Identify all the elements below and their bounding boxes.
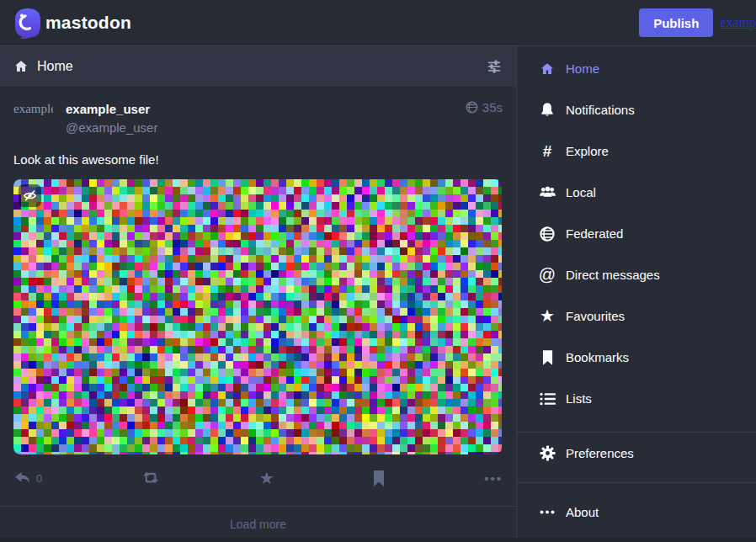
home-icon <box>538 61 556 77</box>
post-timestamp[interactable]: 35s <box>466 100 503 114</box>
at-icon: @ <box>538 267 556 283</box>
bell-icon <box>538 102 556 118</box>
account-handle: @example_user <box>66 119 157 137</box>
sidebar-item-explore[interactable]: # Explore <box>517 130 756 172</box>
sidebar-item-label: About <box>566 505 599 519</box>
avatar[interactable]: example <box>13 100 53 139</box>
timestamp-text: 35s <box>482 100 503 114</box>
sidebar-item-label: Lists <box>566 391 592 406</box>
sidebar-item-federated[interactable]: Federated <box>517 213 756 254</box>
star-icon: ★ <box>538 308 556 324</box>
sidebar-item-about[interactable]: About <box>517 492 756 533</box>
sidebar-item-label: Direct messages <box>566 268 660 282</box>
sidebar-item-label: Explore <box>566 144 609 158</box>
sidebar-item-notifications[interactable]: Notifications <box>517 89 756 130</box>
post-content: Look at this awesome file! <box>13 151 503 168</box>
attachment-noise-image <box>13 179 502 454</box>
bookmark-button[interactable] <box>373 470 385 486</box>
account-link[interactable]: examp <box>720 15 756 30</box>
column-settings-button[interactable] <box>486 58 503 75</box>
reply-button[interactable]: 0 <box>13 470 42 486</box>
column-header[interactable]: Home <box>0 46 516 87</box>
sidebar-item-label: Notifications <box>566 103 635 117</box>
media-attachment[interactable] <box>13 179 502 454</box>
gear-icon <box>538 445 556 461</box>
status-action-bar: 0 ★ <box>13 468 503 488</box>
sliders-icon <box>486 58 503 75</box>
sidebar-item-home[interactable]: Home <box>517 48 756 89</box>
boost-icon <box>141 470 160 486</box>
nav-list: Home Notifications # Explore Local Feder… <box>517 48 756 419</box>
brand-wordmark: mastodon <box>45 13 131 33</box>
sidebar-item-lists[interactable]: Lists <box>517 378 756 419</box>
globe-icon <box>538 226 556 242</box>
load-more-button[interactable]: Load more <box>0 506 516 541</box>
mastodon-logo[interactable]: mastodon <box>13 7 131 39</box>
status-post: example example_user @example_user 35s <box>0 87 516 506</box>
sidebar-item-label: Bookmarks <box>566 350 629 364</box>
hide-media-button[interactable] <box>19 184 41 207</box>
reply-icon <box>13 470 31 486</box>
sidebar-item-label: Favourites <box>566 309 625 323</box>
ellipsis-icon: ••• <box>484 471 503 486</box>
users-icon <box>538 185 556 199</box>
star-icon: ★ <box>259 470 274 486</box>
bookmark-icon <box>373 470 385 486</box>
display-name[interactable]: example_user <box>66 100 157 119</box>
favourite-button[interactable]: ★ <box>259 470 274 486</box>
sidebar-item-label: Home <box>566 61 599 76</box>
more-options-button[interactable]: ••• <box>484 471 503 486</box>
home-timeline-column: Home example example_user @example_user <box>0 46 517 541</box>
sidebar-item-label: Preferences <box>566 446 634 460</box>
reply-count: 0 <box>36 472 42 485</box>
bottom-edge <box>0 538 756 542</box>
publish-button[interactable]: Publish <box>639 8 713 37</box>
sidebar-item-label: Local <box>566 185 596 199</box>
navigation-panel: Home Notifications # Explore Local Feder… <box>517 46 756 541</box>
top-navigation-bar: mastodon Publish examp <box>0 0 756 46</box>
boost-button[interactable] <box>141 470 160 486</box>
eye-slash-icon <box>23 189 37 203</box>
ellipsis-icon <box>538 510 556 514</box>
sidebar-item-favourites[interactable]: ★ Favourites <box>517 295 756 337</box>
sidebar-item-preferences[interactable]: Preferences <box>517 433 756 474</box>
sidebar-item-label: Federated <box>566 226 623 241</box>
hashtag-icon: # <box>538 143 556 159</box>
bookmark-icon <box>538 350 556 365</box>
list-icon <box>538 392 556 406</box>
visibility-globe-icon <box>466 101 478 114</box>
home-icon <box>13 59 29 74</box>
column-title: Home <box>37 59 73 74</box>
sidebar-item-bookmarks[interactable]: Bookmarks <box>517 337 756 378</box>
sidebar-item-local[interactable]: Local <box>517 172 756 213</box>
sidebar-divider <box>517 482 756 483</box>
sidebar-item-direct-messages[interactable]: @ Direct messages <box>517 254 756 295</box>
mastodon-elephant-icon <box>13 7 42 39</box>
